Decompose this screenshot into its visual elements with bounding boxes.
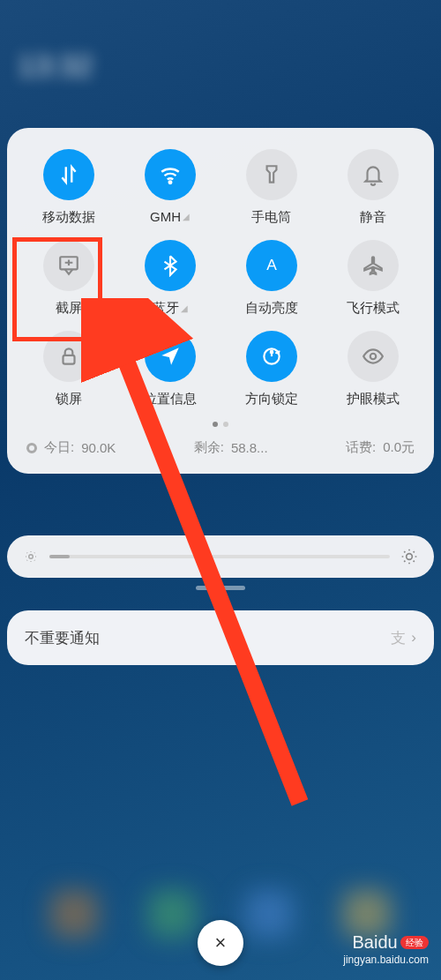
qs-lock[interactable]: 锁屏 [21,331,116,408]
mobile-data-icon [43,149,94,200]
brightness-slider[interactable] [7,535,434,578]
data-usage-row[interactable]: 今日:90.0K 剩余:58.8... 话费:0.0元 [21,436,420,460]
qs-eye-care[interactable]: 护眼模式 [325,331,420,408]
today-label: 今日: [44,439,74,456]
remain-value: 58.8... [231,440,268,455]
qs-label: 截屏 [56,300,82,317]
qs-flashlight[interactable]: 手电筒 [224,149,318,226]
rotation-lock-icon [246,331,297,382]
svg-point-0 [168,181,171,183]
quick-settings-panel: 移动数据 GMH◢ 手电筒 静音 截屏 [7,128,434,474]
qs-location[interactable]: 位置信息 [123,331,217,408]
status-indicator-icon [26,443,37,453]
unimportant-notification[interactable]: 不重要通知 支 › [7,610,434,665]
svg-point-7 [407,554,413,560]
svg-text:A: A [266,256,277,273]
wifi-icon [145,149,196,200]
status-time: 13:32 [18,49,93,83]
notif-app-icon: 支 [391,628,406,648]
location-icon [145,331,196,382]
qs-bluetooth[interactable]: 蓝牙◢ [123,240,217,317]
chevron-icon: ◢ [181,303,188,313]
svg-rect-3 [63,355,74,364]
bluetooth-icon [145,240,196,291]
auto-brightness-icon: A [246,240,297,291]
drag-handle[interactable] [196,586,245,590]
notif-right: 支 › [391,628,416,648]
qs-mute[interactable]: 静音 [325,149,420,226]
qs-screenshot[interactable]: 截屏 [21,240,116,317]
dock-icon [245,890,293,938]
slider-fill [49,555,70,558]
lock-icon [43,331,94,382]
bill-label: 话费: [346,439,376,456]
watermark-tag: 经验 [400,936,429,949]
notif-title: 不重要通知 [25,628,100,648]
eye-icon [348,331,399,382]
dot [223,422,228,427]
qs-label: 方向锁定 [245,391,298,408]
airplane-icon [348,240,399,291]
qs-label: 自动亮度 [245,300,298,317]
bill-value: 0.0元 [383,439,415,456]
qs-wifi[interactable]: GMH◢ [123,149,217,226]
qs-label: 手电筒 [251,209,291,226]
dot [213,422,218,427]
close-icon: × [215,931,227,954]
qs-auto-brightness[interactable]: A 自动亮度 [224,240,318,317]
close-button[interactable]: × [198,920,243,966]
watermark-brand: Baidu [353,932,398,952]
qs-mobile-data[interactable]: 移动数据 [21,149,116,226]
qs-rotation-lock[interactable]: 方向锁定 [224,331,318,408]
slider-track[interactable] [49,555,390,558]
chevron-icon: ◢ [183,212,190,221]
qs-label: 蓝牙◢ [153,300,188,317]
qs-label: 移动数据 [42,209,95,226]
brightness-low-icon [23,549,39,565]
screenshot-icon [43,240,94,291]
dock-icon [50,890,98,938]
watermark: Baidu 经验 jingyan.baidu.com [343,931,429,968]
qs-label: GMH◢ [150,209,190,224]
dock-icon [148,890,196,938]
chevron-right-icon: › [411,629,416,647]
page-dots [21,422,420,427]
bell-icon [348,149,399,200]
qs-airplane[interactable]: 飞行模式 [325,240,420,317]
brightness-high-icon [400,548,418,565]
qs-label: 静音 [360,209,386,226]
qs-label: 位置信息 [144,391,197,408]
flashlight-icon [246,149,297,200]
status-bar: 13:32 [0,0,441,115]
remain-label: 剩余: [194,439,224,456]
qs-label: 飞行模式 [347,300,400,317]
svg-point-6 [29,555,34,559]
watermark-url: jingyan.baidu.com [343,954,429,968]
qs-grid: 移动数据 GMH◢ 手电筒 静音 截屏 [21,149,420,408]
svg-point-5 [370,354,376,360]
qs-label: 锁屏 [56,391,82,408]
qs-label: 护眼模式 [347,391,400,408]
today-value: 90.0K [81,440,116,455]
